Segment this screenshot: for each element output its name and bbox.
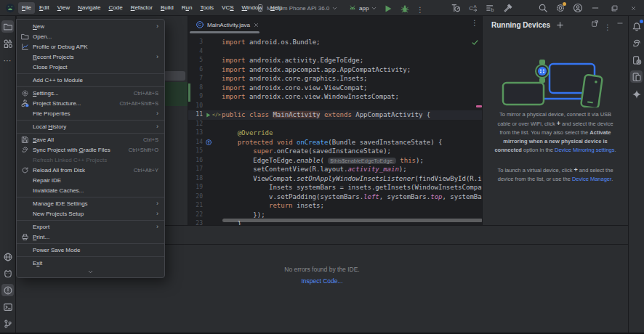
code-line-5[interactable]: 5import androidx.activity.EdgeToEdge;: [188, 56, 483, 65]
menu-item-reload-all-from-disk[interactable]: Reload All from DiskCtrl+Alt+Y: [17, 165, 164, 175]
more-options-icon[interactable]: ⋮: [604, 20, 611, 33]
menu-item-file-properties[interactable]: File Properties›: [17, 108, 164, 118]
menu-item-profile-or-debug-apk[interactable]: Profile or Debug APK: [17, 41, 164, 52]
menu-item-shortcut: Ctrl+S: [143, 137, 158, 143]
menu-item-exit[interactable]: Exit: [17, 258, 164, 268]
close-icon[interactable]: [253, 22, 259, 28]
horizontal-scrollbar[interactable]: [222, 219, 483, 222]
app-quality-insights-icon[interactable]: [1, 250, 14, 263]
code-line-21[interactable]: 21 return insets;: [188, 201, 483, 211]
chevron-down-icon[interactable]: [17, 268, 164, 277]
menu-navigate[interactable]: Navigate: [74, 2, 105, 14]
open-in-new-window-icon[interactable]: [591, 20, 599, 33]
code-line-8[interactable]: 8import androidx.core.view.ViewCompat;: [188, 84, 483, 93]
close-icon[interactable]: [624, 0, 643, 16]
sync-gradle-icon[interactable]: [520, 2, 531, 14]
menu-file[interactable]: File: [18, 2, 35, 14]
account-icon[interactable]: [572, 2, 584, 14]
link-device-mirroring-settings[interactable]: Device Mirroring settings: [555, 147, 615, 153]
device-selector[interactable]: Medium Phone API 36.0: [256, 1, 338, 15]
running-devices-icon[interactable]: [630, 70, 643, 83]
version-control-icon[interactable]: [1, 317, 14, 330]
menu-item-save-all[interactable]: Save AllCtrl+S: [17, 134, 164, 144]
code-line-15[interactable]: 15 super.onCreate(savedInstanceState);: [188, 147, 483, 156]
code-line-4[interactable]: 4: [188, 47, 483, 57]
notifications-icon[interactable]: [630, 20, 643, 33]
code-editor[interactable]: 3import android.os.Bundle;45import andro…: [188, 33, 483, 225]
menu-item-project-structure[interactable]: Project Structure...Ctrl+Alt+Shift+S: [17, 98, 164, 108]
code-line-19[interactable]: 19 Insets systemBars = insets.getInsets(…: [188, 183, 483, 192]
logcat-icon[interactable]: [1, 267, 14, 280]
run-icon[interactable]: [383, 4, 393, 14]
line-number: 21: [188, 201, 203, 211]
java-class-icon: C: [196, 20, 204, 29]
code-line-16[interactable]: 16 EdgeToEdge.enable( $this$enableEdgeTo…: [188, 156, 483, 166]
ide-settings-icon[interactable]: [555, 2, 566, 14]
debug-icon[interactable]: [400, 4, 410, 14]
menu-item-close-project[interactable]: Close Project: [17, 62, 164, 72]
menu-tools[interactable]: Tools: [196, 2, 217, 14]
window-controls: [586, 0, 643, 16]
menu-view[interactable]: View: [54, 2, 73, 14]
menu-item-invalidate-caches[interactable]: Invalidate Caches...: [17, 185, 164, 195]
resource-manager-icon[interactable]: [1, 37, 14, 49]
code-line-20[interactable]: 20 v.setPadding(systemBars.left, systemB…: [188, 192, 483, 202]
hide-icon[interactable]: [616, 20, 624, 33]
problems-icon[interactable]: [1, 284, 14, 296]
code-line-13[interactable]: 13 @Override: [188, 129, 483, 138]
code-line-18[interactable]: 18 ViewCompat.setOnApplyWindowInsetsList…: [188, 174, 483, 184]
menu-separator: [17, 243, 164, 244]
menu-vcs[interactable]: VCS: [218, 2, 237, 14]
menu-item-repair-ide[interactable]: Repair IDE: [17, 175, 164, 185]
project-folder-icon[interactable]: [1, 20, 14, 33]
menu-item-settings[interactable]: Settings...Ctrl+Alt+S: [17, 88, 164, 98]
menu-item-export[interactable]: Export›: [17, 221, 164, 232]
build-variants-icon[interactable]: b: [485, 2, 496, 14]
run-configuration-selector[interactable]: app: [348, 1, 377, 15]
menu-item-new-projects-setup[interactable]: New Projects Setup›: [17, 208, 164, 219]
gutter[interactable]: </>: [203, 110, 222, 120]
menu-item-manage-ide-settings[interactable]: Manage IDE Settings›: [17, 198, 164, 208]
menu-item-add-c-to-module[interactable]: Add C++ to Module: [17, 75, 164, 85]
menu-edit[interactable]: Edit: [36, 2, 53, 14]
menu-item-new[interactable]: New›: [17, 21, 164, 31]
build-icon[interactable]: [502, 2, 514, 14]
code-line-14[interactable]: 14 protected void onCreate(Bundle savedI…: [188, 138, 483, 147]
code-line-9[interactable]: 9import androidx.core.view.WindowInsetsC…: [188, 92, 483, 102]
code-line-17[interactable]: 17 setContentView(R.layout.activity_main…: [188, 165, 483, 174]
inspect-code-icon[interactable]: CA: [467, 2, 479, 14]
gutter: [203, 92, 222, 102]
menu-item-print[interactable]: Print...: [17, 232, 164, 242]
gutter[interactable]: [203, 138, 222, 147]
code-line-3[interactable]: 3import android.os.Bundle;: [188, 38, 483, 47]
link-device-manager[interactable]: Device Manager: [572, 176, 611, 182]
code-line-10[interactable]: 10: [188, 102, 483, 111]
inspect-code-link[interactable]: Inspect Code...: [16, 277, 628, 285]
menu-code[interactable]: Code: [105, 2, 126, 14]
menu-build[interactable]: Build: [157, 2, 177, 14]
more-options-icon[interactable]: ⋮: [416, 2, 424, 15]
minimize-icon[interactable]: [586, 0, 605, 16]
menu-refactor[interactable]: Refactor: [127, 2, 156, 14]
gradle-icon[interactable]: [630, 37, 643, 49]
menu-item-recent-projects[interactable]: Recent Projects›: [17, 52, 164, 62]
profiler-icon[interactable]: [450, 2, 462, 14]
code-line-7[interactable]: 7import androidx.core.graphics.Insets;: [188, 74, 483, 84]
menu-item-sync-project-with-gradle-files[interactable]: Sync Project with Gradle FilesCtrl+Shift…: [17, 144, 164, 155]
more-tool-windows-icon[interactable]: ⋯: [1, 54, 14, 67]
add-device-button[interactable]: [556, 21, 564, 29]
menu-item-open[interactable]: Open...: [17, 31, 164, 41]
menu-run[interactable]: Run: [178, 2, 196, 14]
device-manager-icon[interactable]: [630, 54, 643, 66]
search-everywhere-icon[interactable]: [537, 2, 549, 14]
code-line-12[interactable]: 12: [188, 120, 483, 129]
gemini-icon[interactable]: [630, 88, 643, 100]
maximize-icon[interactable]: [605, 0, 624, 16]
more-options-icon[interactable]: ⋮: [471, 19, 478, 27]
menu-item-local-history[interactable]: Local History›: [17, 121, 164, 131]
menu-item-power-save-mode[interactable]: Power Save Mode: [17, 245, 164, 255]
code-line-11[interactable]: 11</>public class MainActivity extends A…: [188, 110, 483, 120]
code-line-6[interactable]: 6import androidx.appcompat.app.AppCompat…: [188, 65, 483, 75]
inspection-check-icon[interactable]: [471, 38, 479, 46]
terminal-icon[interactable]: [1, 301, 14, 313]
